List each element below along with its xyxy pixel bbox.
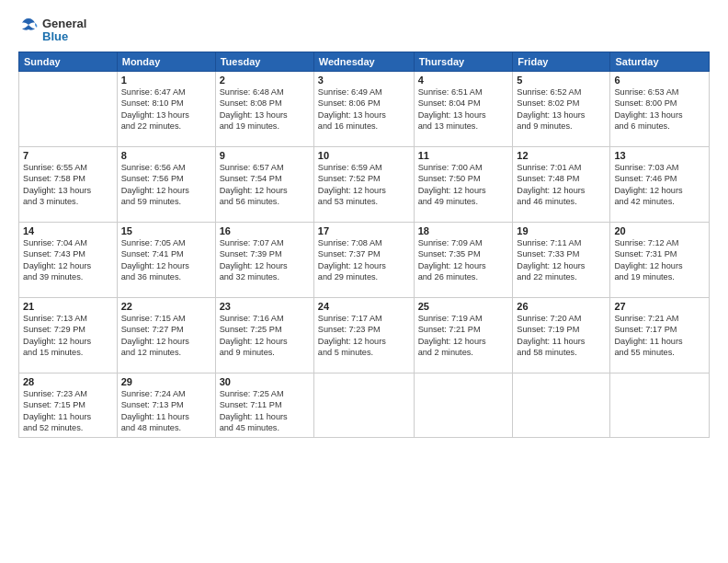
calendar-table: SundayMondayTuesdayWednesdayThursdayFrid… [18,52,710,438]
calendar-cell: 1Sunrise: 6:47 AMSunset: 8:10 PMDaylight… [117,72,215,147]
day-number: 27 [614,301,705,312]
cell-content: Sunrise: 7:24 AMSunset: 7:13 PMDaylight:… [121,388,211,434]
calendar-cell: 22Sunrise: 7:15 AMSunset: 7:27 PMDayligh… [117,298,215,373]
day-number: 4 [418,75,509,86]
calendar-cell: 13Sunrise: 7:03 AMSunset: 7:46 PMDayligh… [610,147,710,223]
calendar-cell: 9Sunrise: 6:57 AMSunset: 7:54 PMDaylight… [215,147,313,223]
day-number: 11 [418,150,509,161]
day-number: 23 [220,301,310,312]
day-number: 24 [318,301,410,312]
cell-content: Sunrise: 6:51 AMSunset: 8:04 PMDaylight:… [418,86,509,132]
day-number: 22 [121,301,211,312]
calendar-week-3: 14Sunrise: 7:04 AMSunset: 7:43 PMDayligh… [19,223,710,298]
day-number: 6 [614,75,705,86]
day-number: 10 [318,150,410,161]
day-number: 18 [418,225,509,236]
cell-content: Sunrise: 6:55 AMSunset: 7:58 PMDaylight:… [23,162,113,208]
calendar-cell: 20Sunrise: 7:12 AMSunset: 7:31 PMDayligh… [610,223,710,298]
day-number: 29 [121,376,211,387]
cell-content: Sunrise: 7:17 AMSunset: 7:23 PMDaylight:… [318,313,410,359]
cell-content: Sunrise: 7:03 AMSunset: 7:46 PMDaylight:… [614,162,705,208]
day-number: 2 [220,75,310,86]
calendar-cell: 21Sunrise: 7:13 AMSunset: 7:29 PMDayligh… [19,298,118,373]
cell-content: Sunrise: 7:19 AMSunset: 7:21 PMDaylight:… [418,313,509,359]
cell-content: Sunrise: 6:56 AMSunset: 7:56 PMDaylight:… [121,162,211,208]
calendar-week-2: 7Sunrise: 6:55 AMSunset: 7:58 PMDaylight… [19,147,710,223]
day-number: 5 [517,75,606,86]
logo-general-text: General [42,17,86,30]
cell-content: Sunrise: 7:01 AMSunset: 7:48 PMDaylight:… [517,162,606,208]
cell-content: Sunrise: 7:00 AMSunset: 7:50 PMDaylight:… [418,162,509,208]
day-number: 7 [23,150,113,161]
calendar-cell: 15Sunrise: 7:05 AMSunset: 7:41 PMDayligh… [117,223,215,298]
calendar-cell: 3Sunrise: 6:49 AMSunset: 8:06 PMDaylight… [313,72,414,147]
cell-content: Sunrise: 7:16 AMSunset: 7:25 PMDaylight:… [220,313,310,359]
day-number: 14 [23,225,113,236]
cell-content: Sunrise: 7:20 AMSunset: 7:19 PMDaylight:… [517,313,606,359]
cell-content: Sunrise: 7:13 AMSunset: 7:29 PMDaylight:… [23,313,113,359]
calendar-cell: 18Sunrise: 7:09 AMSunset: 7:35 PMDayligh… [414,223,513,298]
calendar-header-tuesday: Tuesday [215,52,313,72]
day-number: 13 [614,150,705,161]
day-number: 20 [614,225,705,236]
logo-bird-icon [18,17,39,44]
calendar-cell: 16Sunrise: 7:07 AMSunset: 7:39 PMDayligh… [215,223,313,298]
day-number: 28 [23,376,113,387]
calendar-cell: 12Sunrise: 7:01 AMSunset: 7:48 PMDayligh… [513,147,610,223]
calendar-header-row: SundayMondayTuesdayWednesdayThursdayFrid… [19,52,710,72]
calendar-cell [610,373,710,438]
calendar-cell: 4Sunrise: 6:51 AMSunset: 8:04 PMDaylight… [414,72,513,147]
cell-content: Sunrise: 7:23 AMSunset: 7:15 PMDaylight:… [23,388,113,434]
calendar-cell: 5Sunrise: 6:52 AMSunset: 8:02 PMDaylight… [513,72,610,147]
cell-content: Sunrise: 7:11 AMSunset: 7:33 PMDaylight:… [517,237,606,283]
calendar-week-5: 28Sunrise: 7:23 AMSunset: 7:15 PMDayligh… [19,373,710,438]
calendar-cell: 14Sunrise: 7:04 AMSunset: 7:43 PMDayligh… [19,223,118,298]
cell-content: Sunrise: 6:57 AMSunset: 7:54 PMDaylight:… [220,162,310,208]
cell-content: Sunrise: 6:52 AMSunset: 8:02 PMDaylight:… [517,86,606,132]
day-number: 30 [220,376,310,387]
cell-content: Sunrise: 7:05 AMSunset: 7:41 PMDaylight:… [121,237,211,283]
page: General Blue SundayMondayTuesdayWednesda… [0,0,728,563]
calendar-header-wednesday: Wednesday [313,52,414,72]
calendar-cell: 27Sunrise: 7:21 AMSunset: 7:17 PMDayligh… [610,298,710,373]
cell-content: Sunrise: 7:12 AMSunset: 7:31 PMDaylight:… [614,237,705,283]
calendar-week-4: 21Sunrise: 7:13 AMSunset: 7:29 PMDayligh… [19,298,710,373]
calendar-cell: 11Sunrise: 7:00 AMSunset: 7:50 PMDayligh… [414,147,513,223]
calendar-cell: 6Sunrise: 6:53 AMSunset: 8:00 PMDaylight… [610,72,710,147]
cell-content: Sunrise: 7:25 AMSunset: 7:11 PMDaylight:… [220,388,310,434]
calendar-cell: 8Sunrise: 6:56 AMSunset: 7:56 PMDaylight… [117,147,215,223]
cell-content: Sunrise: 7:04 AMSunset: 7:43 PMDaylight:… [23,237,113,283]
day-number: 8 [121,150,211,161]
day-number: 15 [121,225,211,236]
day-number: 17 [318,225,410,236]
calendar-cell: 28Sunrise: 7:23 AMSunset: 7:15 PMDayligh… [19,373,118,438]
logo: General Blue [18,17,86,44]
calendar-cell [414,373,513,438]
cell-content: Sunrise: 7:15 AMSunset: 7:27 PMDaylight:… [121,313,211,359]
day-number: 25 [418,301,509,312]
calendar-header-monday: Monday [117,52,215,72]
cell-content: Sunrise: 6:47 AMSunset: 8:10 PMDaylight:… [121,86,211,132]
logo-text: General Blue [42,17,86,44]
calendar-header-saturday: Saturday [610,52,710,72]
cell-content: Sunrise: 6:53 AMSunset: 8:00 PMDaylight:… [614,86,705,132]
calendar-cell [19,72,118,147]
day-number: 26 [517,301,606,312]
calendar-cell: 10Sunrise: 6:59 AMSunset: 7:52 PMDayligh… [313,147,414,223]
cell-content: Sunrise: 7:07 AMSunset: 7:39 PMDaylight:… [220,237,310,283]
day-number: 21 [23,301,113,312]
calendar-cell: 19Sunrise: 7:11 AMSunset: 7:33 PMDayligh… [513,223,610,298]
calendar-header-friday: Friday [513,52,610,72]
calendar-cell: 25Sunrise: 7:19 AMSunset: 7:21 PMDayligh… [414,298,513,373]
calendar-cell: 30Sunrise: 7:25 AMSunset: 7:11 PMDayligh… [215,373,313,438]
cell-content: Sunrise: 6:59 AMSunset: 7:52 PMDaylight:… [318,162,410,208]
calendar-header-sunday: Sunday [19,52,118,72]
day-number: 3 [318,75,410,86]
cell-content: Sunrise: 7:21 AMSunset: 7:17 PMDaylight:… [614,313,705,359]
cell-content: Sunrise: 6:49 AMSunset: 8:06 PMDaylight:… [318,86,410,132]
cell-content: Sunrise: 6:48 AMSunset: 8:08 PMDaylight:… [220,86,310,132]
logo-blue-text: Blue [42,30,86,43]
calendar-header-thursday: Thursday [414,52,513,72]
calendar-cell: 24Sunrise: 7:17 AMSunset: 7:23 PMDayligh… [313,298,414,373]
day-number: 19 [517,225,606,236]
